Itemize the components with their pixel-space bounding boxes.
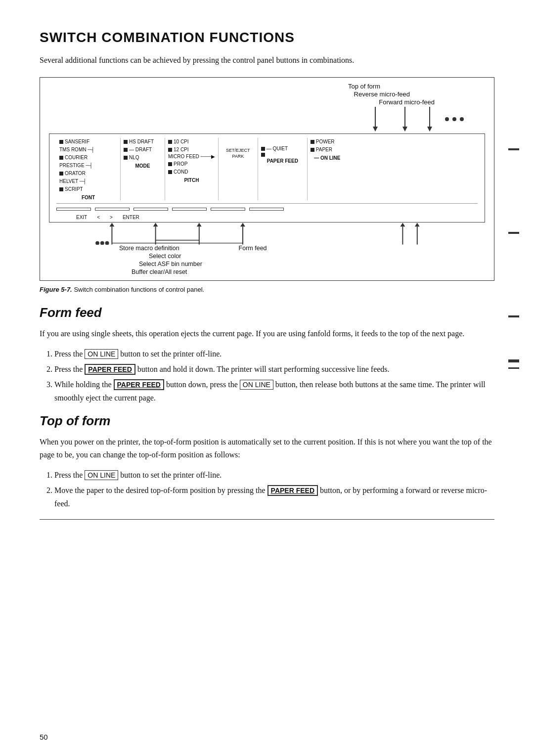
top-of-form-intro: When you power on the printer, the top-o…	[40, 436, 494, 461]
svg-marker-20	[415, 222, 420, 226]
top-of-form-label: Top of form	[348, 83, 380, 90]
mode-btn[interactable]	[95, 208, 130, 211]
form-feed-step-2: Press the PAPER FEED button and hold it …	[54, 362, 494, 376]
select-color-label: Select color	[149, 253, 181, 260]
form-feed-title: Form feed	[40, 305, 494, 320]
form-feed-diag-label: Form feed	[239, 245, 267, 252]
online-btn[interactable]	[249, 208, 284, 211]
pitch-btn[interactable]	[134, 208, 168, 211]
paper-feed-btn[interactable]	[211, 208, 245, 211]
paper-feed-btn-label-2: PAPER FEED	[114, 379, 164, 390]
top-of-form-steps: Press the ON LINE button to set the prin…	[54, 468, 494, 511]
control-panel: SANSERIF TMS ROMN ─┤ COURIER PRESTIGE ─┤…	[49, 133, 485, 222]
svg-point-24	[100, 241, 104, 245]
top-of-form-title: Top of form	[40, 413, 494, 429]
svg-marker-5	[427, 127, 432, 132]
right-marks	[508, 148, 519, 369]
pitch-label: PITCH	[168, 178, 215, 183]
figure-text: Switch combination functions of control …	[74, 286, 204, 293]
form-feed-step-1: Press the ON LINE button to set the prin…	[54, 347, 494, 360]
page-divider	[40, 519, 494, 520]
svg-marker-14	[197, 222, 202, 226]
page-number: 50	[40, 733, 48, 741]
svg-marker-18	[400, 222, 405, 226]
online-btn-label-3: ON LINE	[85, 470, 118, 480]
svg-marker-16	[240, 222, 245, 226]
bottom-arrows-svg	[49, 222, 485, 245]
set-eject-btn[interactable]	[172, 208, 207, 211]
exit-row: EXIT < > ENTER	[56, 214, 478, 222]
paper-feed-btn-label-3: PAPER FEED	[267, 485, 318, 496]
page-title: SWITCH COMBINATION FUNCTIONS	[40, 30, 494, 45]
svg-marker-1	[373, 127, 378, 132]
svg-marker-12	[153, 222, 158, 226]
paper-feed-btn-label-1: PAPER FEED	[85, 364, 135, 375]
svg-point-7	[452, 117, 456, 121]
top-of-form-step-1: Press the ON LINE button to set the prin…	[54, 468, 494, 482]
intro-paragraph: Several additional functions can be achi…	[40, 54, 494, 66]
online-btn-label-2: ON LINE	[240, 380, 273, 390]
bottom-labels: Store macro definition Form feed Select …	[40, 245, 494, 275]
select-asf-label: Select ASF bin number	[139, 261, 202, 267]
reverse-micro-label: Reverse micro-feed	[354, 90, 410, 98]
figure-caption: Figure 5-7. Switch combination functions…	[40, 286, 494, 293]
form-feed-steps: Press the ON LINE button to set the prin…	[54, 347, 494, 405]
store-macro-label: Store macro definition	[119, 245, 179, 252]
top-arrows-svg	[360, 107, 469, 132]
top-of-form-step-2: Move the paper to the desired top-of-for…	[54, 484, 494, 510]
font-label: FONT	[59, 195, 117, 200]
mode-label: MODE	[124, 163, 162, 169]
svg-point-25	[105, 241, 109, 245]
svg-point-23	[95, 241, 99, 245]
figure-label: Figure 5-7.	[40, 286, 72, 293]
form-feed-intro: If you are using single sheets, this ope…	[40, 327, 494, 340]
svg-marker-10	[110, 222, 115, 226]
paper-feed-label: PAPER FEED	[261, 158, 304, 164]
online-btn-label-1: ON LINE	[85, 349, 118, 359]
font-btn[interactable]	[56, 208, 91, 211]
svg-marker-3	[402, 127, 407, 132]
diagram-bottom: Store macro definition Form feed Select …	[40, 222, 494, 280]
diagram-box: Top of form Reverse micro-feed Forward m…	[40, 77, 494, 281]
buffer-clear-label: Buffer clear/All reset	[132, 268, 187, 275]
svg-point-8	[460, 117, 464, 121]
svg-point-6	[445, 117, 449, 121]
form-feed-step-3: While holding the PAPER FEED button down…	[54, 378, 494, 404]
forward-micro-label: Forward micro-feed	[379, 98, 435, 106]
